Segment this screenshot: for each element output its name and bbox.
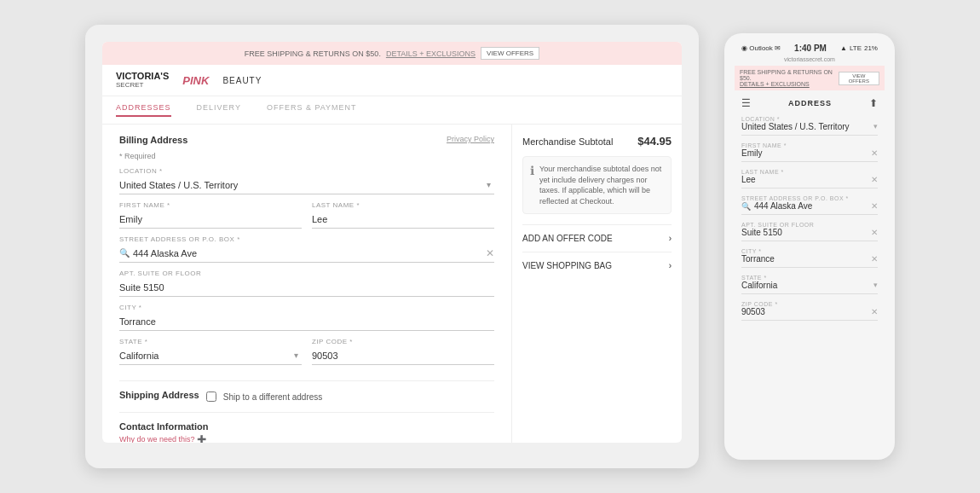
phone-url-bar: victoriassecret.com — [735, 56, 885, 62]
name-row: FIRST NAME * LAST NAME * — [119, 201, 494, 235]
phone-status-bar: ◉ Outlook ✉ 1:40 PM ▲ LTE 21% — [735, 44, 885, 53]
ship-different-checkbox[interactable] — [206, 392, 216, 402]
phone-location-label: LOCATION * — [741, 116, 878, 122]
first-name-label: FIRST NAME * — [119, 201, 302, 209]
phone-location-select[interactable]: United States / U.S. Territory — [741, 122, 878, 131]
main-content: Billing Address Privacy Policy * Require… — [102, 125, 682, 443]
phone-first-name-row: Emily ✕ — [741, 148, 878, 158]
view-shopping-bag-link[interactable]: VIEW SHOPPING BAG › — [522, 252, 672, 279]
info-box: ℹ Your merchandise subtotal does not yet… — [522, 156, 672, 214]
phone-city-value: Torrance — [741, 254, 775, 264]
promo-banner: FREE SHIPPING & RETURNS ON $50. DETAILS … — [102, 42, 682, 65]
phone-street-field: STREET ADDRESS OR P.O. BOX * 🔍 444 Alask… — [741, 195, 878, 215]
step-addresses[interactable]: ADDRESSES — [116, 103, 171, 117]
subtotal-label: Merchandise Subtotal — [522, 136, 613, 147]
signal-icon: ▲ — [840, 44, 847, 52]
view-offers-button[interactable]: VIEW OFFERS — [481, 47, 539, 60]
city-field: CITY * — [119, 304, 494, 331]
state-zip-row: STATE * California ZIP CODE * — [119, 338, 494, 372]
contact-information-section: Contact Information Why do we need this?… — [119, 421, 494, 443]
phone-zip-row: 90503 ✕ — [741, 307, 878, 316]
phone-last-name-field: LAST NAME * Lee ✕ — [741, 169, 878, 188]
zip-label: ZIP CODE * — [312, 338, 494, 345]
info-text: Your merchandise subtotal does not yet i… — [539, 164, 664, 206]
phone-first-name-label: FIRST NAME * — [741, 142, 878, 148]
vs-logo-text: VICTORIA'S — [116, 72, 169, 81]
clear-street-icon[interactable]: ✕ — [486, 247, 494, 259]
location-select-wrapper: United States / U.S. Territory — [119, 177, 494, 194]
menu-icon[interactable]: ☰ — [741, 97, 751, 109]
logo: VICTORIA'S SECRET — [116, 72, 169, 89]
step-offers-payment[interactable]: OFFERS & PAYMENT — [267, 103, 357, 117]
phone-last-name-row: Lee ✕ — [741, 175, 878, 184]
last-name-field: LAST NAME * — [312, 201, 494, 229]
phone-clear-last-name-icon[interactable]: ✕ — [871, 175, 878, 184]
phone-clear-first-name-icon[interactable]: ✕ — [871, 148, 878, 158]
phone-last-name-value: Lee — [741, 175, 756, 184]
phone-promo-banner: FREE SHIPPING & RETURNS ON $50. DETAILS … — [735, 66, 885, 90]
required-note: * Required — [119, 152, 494, 160]
street-field: STREET ADDRESS OR P.O. BOX * 🔍 ✕ — [119, 235, 494, 263]
phone-first-name-field: FIRST NAME * Emily ✕ — [741, 142, 878, 162]
step-delivery[interactable]: DELIVERY — [197, 103, 241, 117]
phone-clear-city-icon[interactable]: ✕ — [871, 254, 878, 264]
phone-clear-street-icon[interactable]: ✕ — [871, 201, 878, 211]
last-name-input[interactable] — [312, 211, 494, 229]
banner-text: FREE SHIPPING & RETURNS ON $50. — [245, 49, 381, 58]
phone-zip-field: ZIP CODE * 90503 ✕ — [741, 301, 878, 321]
phone-view-offers-button[interactable]: VIEW OFFERS — [839, 72, 879, 85]
phone-apt-row: Suite 5150 ✕ — [741, 228, 878, 237]
banner-details-link[interactable]: DETAILS + EXCLUSIONS — [386, 49, 476, 58]
chevron-right-icon-2: › — [669, 261, 672, 270]
vs-logo: VICTORIA'S SECRET — [116, 72, 169, 89]
phone-street-content: 🔍 444 Alaska Ave — [741, 201, 812, 211]
beauty-logo[interactable]: BEAUTY — [222, 76, 262, 85]
billing-address-title: Billing Address — [119, 135, 187, 145]
location-select[interactable]: United States / U.S. Territory — [119, 177, 494, 194]
phone-street-value: 444 Alaska Ave — [754, 201, 812, 211]
phone-form: LOCATION * United States / U.S. Territor… — [735, 116, 885, 450]
chevron-right-icon: › — [669, 234, 672, 243]
phone-apt-label: APT. SUITE OR FLOOR — [741, 222, 878, 228]
phone-time: 1:40 PM — [794, 44, 827, 53]
first-name-input[interactable] — [119, 211, 302, 229]
divider-1 — [119, 380, 494, 381]
laptop-screen: FREE SHIPPING & RETURNS ON $50. DETAILS … — [102, 42, 682, 443]
why-link-icon[interactable]: ➕ — [197, 435, 206, 443]
privacy-policy-link[interactable]: Privacy Policy — [447, 135, 494, 143]
street-label: STREET ADDRESS OR P.O. BOX * — [119, 235, 494, 243]
phone-clear-apt-icon[interactable]: ✕ — [871, 228, 878, 237]
street-wrapper: 🔍 ✕ — [119, 245, 494, 263]
phone-clear-zip-icon[interactable]: ✕ — [871, 307, 878, 316]
state-select-wrapper: California — [119, 347, 302, 365]
phone-state-label: STATE * — [741, 275, 878, 281]
shipping-address-section: Shipping Address Ship to a different add… — [119, 390, 494, 403]
add-offer-code-link[interactable]: ADD AN OFFER CODE › — [522, 224, 672, 252]
phone-state-row[interactable]: California — [741, 281, 878, 290]
city-input[interactable] — [119, 313, 494, 331]
navigation: VICTORIA'S SECRET PINK BEAUTY — [102, 65, 682, 96]
laptop-device: FREE SHIPPING & RETURNS ON $50. DETAILS … — [85, 25, 699, 468]
phone-city-field: CITY * Torrance ✕ — [741, 248, 878, 268]
share-icon[interactable]: ⬆ — [869, 97, 878, 109]
subtotal-value: $44.95 — [637, 135, 672, 148]
street-input[interactable] — [119, 245, 494, 263]
phone-nav-title: ADDRESS — [788, 99, 832, 107]
contact-title: Contact Information — [119, 421, 494, 432]
pink-logo[interactable]: PINK — [182, 74, 209, 87]
why-link[interactable]: Why do we need this? ➕ — [119, 435, 494, 443]
phone-city-row: Torrance ✕ — [741, 254, 878, 264]
phone-battery: ▲ LTE 21% — [840, 44, 878, 52]
phone-banner-details[interactable]: DETAILS + EXCLUSIONS — [740, 81, 839, 87]
apt-input[interactable] — [119, 279, 494, 297]
state-select[interactable]: California — [119, 347, 302, 365]
phone-zip-value: 90503 — [741, 307, 765, 316]
phone-carrier: ◉ Outlook ✉ — [741, 44, 781, 52]
apt-label: APT. SUITE OR FLOOR — [119, 270, 494, 277]
phone-location-field: LOCATION * United States / U.S. Territor… — [741, 116, 878, 136]
location-field: LOCATION * United States / U.S. Territor… — [119, 167, 494, 194]
zip-field: ZIP CODE * — [312, 338, 494, 365]
zip-input[interactable] — [312, 347, 494, 365]
divider-2 — [119, 412, 494, 413]
phone-street-row: 🔍 444 Alaska Ave ✕ — [741, 201, 878, 211]
